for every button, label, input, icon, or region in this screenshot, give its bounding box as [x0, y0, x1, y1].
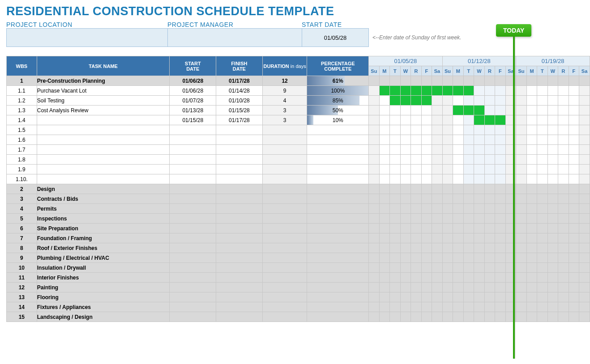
- day-cell[interactable]: [484, 243, 495, 253]
- day-cell[interactable]: [569, 76, 579, 86]
- day-cell[interactable]: [411, 292, 422, 302]
- day-cell[interactable]: [432, 302, 443, 312]
- day-cell[interactable]: [569, 292, 579, 302]
- day-cell[interactable]: [579, 135, 590, 145]
- day-cell[interactable]: [432, 283, 443, 292]
- duration-cell[interactable]: [262, 135, 307, 145]
- day-cell[interactable]: [411, 263, 422, 273]
- day-cell[interactable]: [421, 155, 432, 165]
- day-cell[interactable]: [474, 165, 485, 174]
- finish-cell[interactable]: [216, 125, 263, 135]
- day-cell[interactable]: [474, 292, 485, 302]
- day-cell[interactable]: [421, 174, 432, 184]
- day-cell[interactable]: [558, 224, 569, 233]
- day-cell[interactable]: [453, 224, 464, 233]
- day-cell[interactable]: [453, 145, 464, 155]
- day-cell[interactable]: [379, 263, 390, 273]
- duration-cell[interactable]: [262, 214, 307, 224]
- day-cell[interactable]: [537, 243, 547, 253]
- start-cell[interactable]: [170, 253, 216, 263]
- day-cell[interactable]: [547, 155, 558, 165]
- day-cell[interactable]: [432, 135, 443, 145]
- day-cell[interactable]: [537, 263, 547, 273]
- day-cell[interactable]: [432, 174, 443, 184]
- duration-cell[interactable]: [262, 243, 307, 253]
- finish-cell[interactable]: [216, 243, 263, 253]
- day-cell[interactable]: [390, 106, 400, 115]
- day-cell[interactable]: [484, 174, 495, 184]
- day-cell[interactable]: [400, 145, 411, 155]
- wbs-cell[interactable]: 1.3: [7, 106, 37, 115]
- day-cell[interactable]: [369, 233, 380, 243]
- day-cell[interactable]: [558, 135, 569, 145]
- finish-cell[interactable]: [216, 204, 263, 214]
- day-cell[interactable]: [369, 174, 380, 184]
- day-cell[interactable]: [390, 194, 400, 204]
- day-cell[interactable]: [369, 283, 380, 292]
- day-cell[interactable]: [453, 204, 464, 214]
- day-cell[interactable]: [411, 125, 422, 135]
- day-cell[interactable]: [558, 155, 569, 165]
- day-cell[interactable]: [411, 145, 422, 155]
- day-cell[interactable]: [442, 194, 453, 204]
- day-cell[interactable]: [474, 253, 485, 263]
- day-cell[interactable]: [390, 273, 400, 283]
- task-cell[interactable]: Landscaping / Design: [37, 312, 170, 322]
- start-cell[interactable]: [170, 204, 216, 214]
- day-cell[interactable]: [421, 135, 432, 145]
- day-cell[interactable]: [400, 283, 411, 292]
- day-cell[interactable]: [558, 292, 569, 302]
- day-cell[interactable]: [379, 96, 390, 106]
- day-cell[interactable]: [569, 233, 579, 243]
- day-cell[interactable]: [558, 312, 569, 322]
- day-cell[interactable]: [463, 224, 474, 233]
- day-cell[interactable]: [537, 233, 547, 243]
- start-cell[interactable]: [170, 283, 216, 292]
- day-cell[interactable]: [442, 145, 453, 155]
- duration-cell[interactable]: [262, 224, 307, 233]
- day-cell[interactable]: [400, 115, 411, 125]
- day-cell[interactable]: [579, 214, 590, 224]
- day-cell[interactable]: [579, 233, 590, 243]
- day-cell[interactable]: [432, 125, 443, 135]
- day-cell[interactable]: [484, 125, 495, 135]
- day-cell[interactable]: [421, 283, 432, 292]
- start-cell[interactable]: [170, 263, 216, 273]
- day-cell[interactable]: [579, 224, 590, 233]
- finish-cell[interactable]: [216, 233, 263, 243]
- day-cell[interactable]: [537, 115, 547, 125]
- day-cell[interactable]: [463, 253, 474, 263]
- day-cell[interactable]: [432, 165, 443, 174]
- finish-cell[interactable]: 01/17/28: [216, 115, 263, 125]
- day-cell[interactable]: [369, 135, 380, 145]
- day-cell[interactable]: [579, 115, 590, 125]
- day-cell[interactable]: [442, 263, 453, 273]
- day-cell[interactable]: [537, 165, 547, 174]
- day-cell[interactable]: [569, 312, 579, 322]
- day-cell[interactable]: [463, 214, 474, 224]
- task-cell[interactable]: Purchase Vacant Lot: [37, 86, 170, 96]
- day-cell[interactable]: [569, 135, 579, 145]
- duration-cell[interactable]: [262, 155, 307, 165]
- day-cell[interactable]: [474, 76, 485, 86]
- day-cell[interactable]: [432, 243, 443, 253]
- day-cell[interactable]: [432, 204, 443, 214]
- task-cell[interactable]: [37, 115, 170, 125]
- day-cell[interactable]: [558, 194, 569, 204]
- wbs-cell[interactable]: 1.4: [7, 115, 37, 125]
- percent-cell[interactable]: [307, 273, 369, 283]
- start-cell[interactable]: [170, 214, 216, 224]
- day-cell[interactable]: [400, 125, 411, 135]
- day-cell[interactable]: [421, 194, 432, 204]
- start-cell[interactable]: [170, 233, 216, 243]
- day-cell[interactable]: [390, 86, 400, 96]
- day-cell[interactable]: [390, 165, 400, 174]
- day-cell[interactable]: [400, 292, 411, 302]
- day-cell[interactable]: [379, 184, 390, 194]
- day-cell[interactable]: [411, 253, 422, 263]
- task-cell[interactable]: Painting: [37, 283, 170, 292]
- duration-cell[interactable]: [262, 145, 307, 155]
- day-cell[interactable]: [453, 96, 464, 106]
- day-cell[interactable]: [421, 312, 432, 322]
- day-cell[interactable]: [369, 214, 380, 224]
